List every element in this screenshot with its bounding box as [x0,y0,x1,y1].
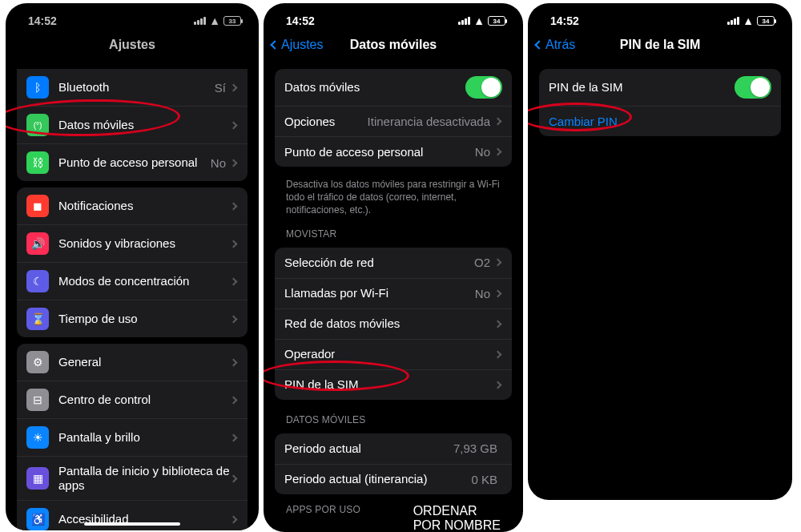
cellular-toggle[interactable] [465,76,502,99]
row-accessibility[interactable]: ♿ Accesibilidad [17,500,248,530]
status-bar: 14:52 ▲ 34 [528,3,792,30]
status-bar: 14:52 ▲ 33 [6,3,259,30]
row-cellular-data[interactable]: (°) Datos móviles [17,106,248,143]
row-notifications[interactable]: ◼ Notificaciones [17,187,248,224]
row-control-center[interactable]: ⊟ Centro de control [17,381,248,418]
cellular-signal-icon [194,17,206,25]
cellular-group-main: Datos móviles Opciones Itinerancia desac… [275,69,512,167]
row-display[interactable]: ☀ Pantalla y brillo [17,418,248,456]
chevron-right-icon [230,515,238,523]
chevron-right-icon [230,202,238,210]
wifi-icon: ▲ [743,14,754,27]
settings-group-connectivity: ᛒ Bluetooth Sí (°) Datos móviles ⛓ Punto… [17,69,248,181]
chevron-right-icon [230,433,238,441]
back-button[interactable]: Ajustes [272,38,323,52]
cellular-data-screen: 14:52 ▲ 34 Ajustes Datos móviles Datos m… [264,3,523,532]
page-title: Ajustes [6,38,259,52]
chevron-right-icon [230,240,238,248]
group-header-apps: APPS POR USO [286,504,360,515]
home-indicator[interactable] [84,522,180,526]
row-home-screen[interactable]: ▦ Pantalla de inicio y biblioteca de app… [17,456,248,500]
back-button[interactable]: Atrás [536,38,575,52]
cellular-signal-icon [727,17,739,25]
cellular-group-usage: Periodo actual 7,93 GB Periodo actual (i… [275,433,512,494]
hotspot-icon: ⛓ [26,151,49,174]
row-sim-pin[interactable]: PIN de la SIM [275,369,512,400]
chevron-left-icon [534,40,543,49]
screentime-icon: ⌛ [26,308,49,330]
wifi-icon: ▲ [473,14,485,27]
sim-pin-toggle[interactable] [735,76,771,99]
clock: 14:52 [286,14,315,27]
sim-pin-screen: 14:52 ▲ 34 Atrás PIN de la SIM PIN de la… [528,3,792,500]
row-screentime[interactable]: ⌛ Tiempo de uso [17,300,248,337]
focus-icon: ☾ [26,270,49,292]
status-bar: 14:52 ▲ 34 [264,3,523,30]
wifi-icon: ▲ [209,14,220,27]
row-cellular-toggle[interactable]: Datos móviles [275,69,512,106]
row-network-selection[interactable]: Selección de red O2 [275,248,512,278]
battery-icon: 34 [757,16,775,26]
cellular-signal-icon [458,17,470,25]
chevron-right-icon [230,474,238,482]
row-wifi-calling[interactable]: Llamadas por Wi-Fi No [275,278,512,308]
settings-screen: 14:52 ▲ 33 Ajustes ᛒ Bluetooth Sí (°) D [6,3,259,530]
chevron-right-icon [230,83,238,91]
chevron-right-icon [494,259,502,267]
clock: 14:52 [28,14,57,27]
row-current-period[interactable]: Periodo actual 7,93 GB [275,433,512,464]
accessibility-icon: ♿ [26,508,49,530]
row-hotspot[interactable]: Punto de acceso personal No [275,136,512,167]
settings-group-general: ⚙ General ⊟ Centro de control ☀ Pantalla… [17,344,248,530]
group-header-data: DATOS MÓVILES [264,406,523,427]
battery-icon: 34 [488,16,505,26]
row-change-pin[interactable]: Cambiar PIN [539,106,781,136]
display-icon: ☀ [26,426,49,449]
control-center-icon: ⊟ [26,389,49,411]
chevron-right-icon [230,358,238,366]
chevron-right-icon [230,159,238,167]
chevron-right-icon [230,277,238,285]
row-general[interactable]: ⚙ General [17,344,248,381]
chevron-right-icon [494,320,502,328]
notifications-icon: ◼ [26,195,49,217]
row-sim-pin-toggle[interactable]: PIN de la SIM [539,69,781,106]
cellular-icon: (°) [26,114,49,136]
back-label: Ajustes [281,38,323,52]
bluetooth-icon: ᛒ [26,76,49,99]
cellular-group-carrier: Selección de red O2 Llamadas por Wi-Fi N… [275,248,512,400]
group-header-carrier: MOVISTAR [264,220,523,241]
row-personal-hotspot[interactable]: ⛓ Punto de acceso personal No [17,143,248,181]
chevron-right-icon [230,396,238,404]
clock: 14:52 [550,14,579,27]
row-options[interactable]: Opciones Itinerancia desactivada [275,106,512,136]
chevron-right-icon [494,289,502,297]
row-roaming-period[interactable]: Periodo actual (itinerancia) 0 KB [275,464,512,494]
chevron-right-icon [230,315,238,323]
sim-pin-group: PIN de la SIM Cambiar PIN [539,69,781,136]
nav-bar: Atrás PIN de la SIM [528,30,792,62]
chevron-right-icon [230,121,238,129]
general-icon: ⚙ [26,351,49,373]
group-footer: Desactiva los datos móviles para restrin… [264,173,523,220]
battery-icon: 33 [223,16,241,26]
row-cellular-network[interactable]: Red de datos móviles [275,308,512,339]
chevron-left-icon [270,40,279,49]
home-screen-icon: ▦ [26,467,49,490]
chevron-right-icon [494,350,502,358]
row-sounds[interactable]: 🔊 Sonidos y vibraciones [17,224,248,262]
settings-group-alerts: ◼ Notificaciones 🔊 Sonidos y vibraciones… [17,187,248,337]
row-carrier[interactable]: Operador [275,339,512,369]
row-focus[interactable]: ☾ Modos de concentración [17,262,248,300]
chevron-right-icon [494,118,502,126]
chevron-right-icon [494,148,502,156]
nav-bar: Ajustes Datos móviles [264,30,523,62]
change-pin-link[interactable]: Cambiar PIN [549,115,771,129]
back-label: Atrás [545,38,575,52]
row-bluetooth[interactable]: ᛒ Bluetooth Sí [17,69,248,106]
nav-bar: Ajustes [6,30,259,62]
chevron-right-icon [494,381,502,389]
sort-by-name-link[interactable]: ORDENAR POR NOMBRE [413,504,501,532]
sounds-icon: 🔊 [26,232,49,255]
